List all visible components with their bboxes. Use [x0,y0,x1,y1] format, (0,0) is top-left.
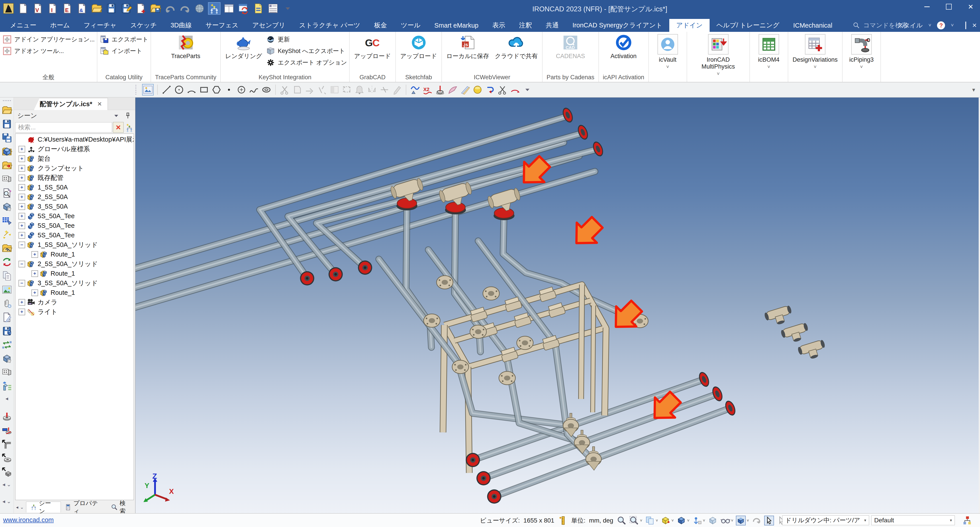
select-icon[interactable] [342,84,352,95]
snip-icon[interactable] [379,84,390,95]
save-edit-icon[interactable] [120,3,132,14]
arc-icon[interactable] [186,84,197,95]
circle-icon[interactable] [174,84,185,95]
panel-tab-scroll[interactable]: ◂⌄ [16,505,24,510]
style-menu[interactable]: スタイル [897,21,923,30]
chevron-down-icon[interactable]: ˅ [717,71,720,77]
sync-pair-icon[interactable] [2,257,12,267]
tree-expand-toggle[interactable]: + [19,156,25,162]
undo-icon[interactable] [164,3,176,14]
x2-icon[interactable]: X2 [422,84,433,95]
drilldown-dropdown[interactable]: ドリルダウン中: パーツ/ア ▾ [782,516,869,525]
ribbon-button-TraceParts[interactable]: TraceParts [169,33,202,60]
ribbon-button-クラウドで共有[interactable]: クラウドで共有 [493,33,540,60]
chevron-down-icon[interactable]: ˅ [666,64,669,70]
bell-icon[interactable] [354,84,365,95]
ribbon-button-エクスポート オプション[interactable]: エクスポート オプション [266,58,347,67]
elbow-arrow-icon[interactable] [2,439,12,450]
tree-expand-toggle[interactable]: + [19,232,25,239]
chevron-down-icon[interactable]: ˅ [746,518,749,523]
hierarchy-icon[interactable] [962,516,972,525]
menu-tab-Smart eMarkup[interactable]: Smart eMarkup [427,19,485,32]
folder-open-icon[interactable] [2,105,12,116]
chevron-down-icon[interactable]: ˅ [703,518,705,523]
menu-tab-ホーム[interactable]: ホーム [43,19,76,32]
tree-expand-toggle[interactable]: + [19,175,25,181]
ribbon-button-アドオン ツール...[interactable]: アドオン ツール... [2,46,95,56]
bom-up-icon[interactable] [2,381,12,392]
strip-group-collapse[interactable]: ◂ ⌄ [2,481,11,487]
window-sync-icon[interactable] [238,3,250,14]
part-arrow-icon[interactable] [2,467,12,478]
tree-item-3_5S_50A[interactable]: +3_5S_50A [15,202,134,211]
clear-search-button[interactable] [113,122,124,133]
cube-yellow-icon[interactable] [660,516,670,525]
doc-restore-button[interactable] [965,22,966,29]
mirror-icon[interactable] [367,84,377,95]
ironcad-logo-icon[interactable] [3,3,14,14]
tree-item-架台[interactable]: +架台 [15,154,134,163]
save-icon[interactable] [106,3,117,14]
menu-tab-ヘルプ/ トレーニング[interactable]: ヘルプ/ トレーニング [710,19,786,32]
rect-icon[interactable] [199,84,209,95]
menu-tab-スケッチ[interactable]: スケッチ [123,19,164,32]
face-icon[interactable] [292,84,302,95]
menu-tab-ICMechanical[interactable]: ICMechanical [786,19,839,32]
swap-icon[interactable] [2,340,12,350]
menu-tab-IronCAD Synergyクライアント[interactable]: IronCAD Synergyクライアント [565,19,669,32]
chev-sm-icon[interactable] [282,3,294,14]
ribbon-button-アップロード[interactable]: GCアップロード [352,33,393,60]
fan-icon[interactable] [447,84,458,95]
menu-tab-アドイン[interactable]: アドイン [669,19,710,32]
doc-i-icon[interactable]: I [47,3,58,14]
menu-tab-ツール[interactable]: ツール [394,19,427,32]
menu-tab-サーフェス[interactable]: サーフェス [199,19,245,32]
pin-icon[interactable] [124,112,132,119]
tree-expand-toggle[interactable]: + [19,194,25,200]
menu-tab-3D曲線[interactable]: 3D曲線 [164,19,199,32]
tree-item-3_5S_50A_ソリッド[interactable]: −3_5S_50A_ソリッド [15,278,134,288]
tree-expand-toggle[interactable]: + [32,289,38,296]
doc-list-icon[interactable] [267,3,279,14]
document-tab[interactable]: 配管サンプル.ics* ✕ [34,98,108,110]
chevron-down-icon[interactable]: ˅ [951,22,954,28]
ribbon-button-CADENAS[interactable]: CADCADENAS [554,33,587,60]
ribbon-button-ローカルに保存[interactable]: .jsローカルに保存 [444,33,492,60]
scissors-icon[interactable] [279,84,290,95]
doc-copy-icon[interactable] [2,270,12,281]
flange-icon[interactable] [2,412,12,422]
glasses-icon[interactable] [720,516,730,525]
pencils-icon[interactable] [460,84,470,95]
arc-red-icon[interactable] [510,84,520,95]
chevron-down-icon[interactable]: ˅ [640,518,642,523]
chevron-down-icon[interactable]: ˅ [767,64,770,70]
chevron-down-icon[interactable]: ˅ [928,22,931,28]
folder-export-icon[interactable] [2,160,12,171]
ribbon-button-レンダリング[interactable]: レンダリング [223,33,264,60]
ribbon-button-Activation[interactable]: Activation [607,33,640,60]
anchor-icon[interactable] [692,516,702,525]
ribbon-button-DesignVariations[interactable]: DesignVariations˅ [791,33,840,70]
line-icon[interactable] [161,84,172,95]
box-tools-icon[interactable] [2,202,12,212]
point-icon[interactable] [224,84,234,95]
ribbon-button-インポート[interactable]: インポート [100,46,148,56]
ribbon-button-icPiping3[interactable]: icPiping3˅ [845,33,878,70]
render-style-dropdown[interactable]: Default ▾ [871,516,955,525]
tree-expand-toggle[interactable]: + [19,184,25,191]
strip-grip[interactable] [3,100,11,101]
image-frame-icon[interactable] [142,84,154,95]
redo-gray-icon[interactable] [752,516,762,525]
chevron-down-icon[interactable]: ˅ [671,518,674,523]
tree-item-既存配管[interactable]: +既存配管 [15,173,134,183]
tree-expand-toggle[interactable]: + [19,203,25,210]
tree-expand-toggle[interactable]: − [19,261,25,267]
ribbon-button-IronCAD MultiPhysics[interactable]: IronCAD MultiPhysics˅ [689,33,747,77]
tree-item-ライト[interactable]: +ライト [15,307,134,317]
magnifier-icon[interactable] [617,516,627,525]
tree-item-クランプセット[interactable]: +クランプセット [15,163,134,173]
chevron-down-icon[interactable]: ˅ [814,64,816,70]
doc-b-icon[interactable]: & [76,3,88,14]
doc-search-icon[interactable] [2,188,12,198]
tab-search[interactable]: 検索 [107,502,135,513]
